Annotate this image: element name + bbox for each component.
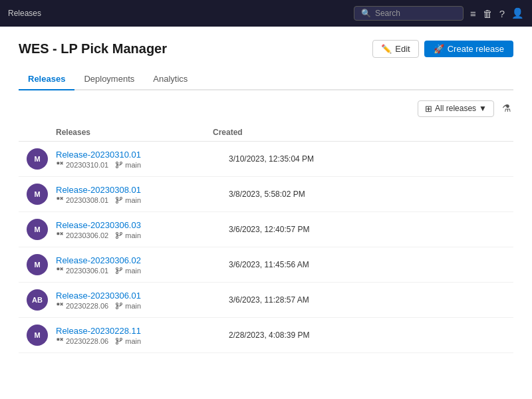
release-created: 2/28/2023, 4:08:39 PM (229, 331, 309, 340)
svg-point-10 (116, 201, 118, 203)
avatar: M (27, 325, 48, 346)
release-meta: 20230310.01 main (56, 161, 221, 169)
release-branch: main (115, 267, 141, 275)
release-meta: 20230308.01 main (56, 196, 221, 204)
svg-point-29 (120, 303, 122, 305)
release-tag: 20230308.01 (56, 196, 108, 204)
tag-icon (56, 337, 64, 345)
release-row[interactable]: M Release-20230308.01 20230308.01 main 3… (19, 177, 513, 212)
release-created: 3/6/2023, 12:40:57 PM (229, 225, 309, 234)
release-info: Release-20230308.01 20230308.01 main (56, 185, 221, 204)
svg-rect-6 (57, 197, 60, 200)
tag-icon (56, 231, 64, 239)
search-box[interactable]: 🔍 (354, 6, 464, 21)
svg-rect-0 (57, 162, 60, 164)
filter-button[interactable]: ⚗ (499, 100, 513, 117)
avatar: M (27, 219, 48, 240)
release-link[interactable]: Release-20230306.03 (56, 220, 221, 230)
release-link[interactable]: Release-20230306.02 (56, 255, 221, 265)
all-releases-filter[interactable]: ⊞ All releases ▼ (418, 100, 494, 117)
svg-point-16 (116, 236, 118, 238)
release-branch: main (115, 337, 141, 345)
release-created: 3/8/2023, 5:58:02 PM (229, 190, 305, 199)
delete-icon[interactable]: 🗑 (483, 8, 493, 19)
branch-icon (115, 337, 123, 345)
edit-icon: ✏️ (381, 44, 392, 54)
release-row[interactable]: M Release-20230306.03 20230306.02 main 3… (19, 212, 513, 247)
search-input[interactable] (375, 9, 455, 18)
release-created: 3/6/2023, 11:45:56 AM (229, 260, 309, 269)
col-release-header: Releases (27, 128, 213, 137)
svg-point-3 (116, 162, 118, 164)
release-meta: 20230306.02 main (56, 231, 221, 239)
release-info: Release-20230228.11 20230228.06 main (56, 326, 221, 345)
toolbar-row: ⊞ All releases ▼ ⚗ (19, 100, 513, 117)
tab-deployments[interactable]: Deployments (74, 68, 144, 90)
svg-point-22 (116, 271, 118, 273)
chevron-down-icon: ▼ (479, 104, 487, 113)
branch-icon (115, 231, 123, 239)
list-icon[interactable]: ≡ (470, 8, 476, 19)
svg-point-27 (116, 303, 118, 305)
tag-icon (56, 161, 64, 169)
release-row[interactable]: M Release-20230228.11 20230228.06 main 2… (19, 318, 513, 353)
release-row[interactable]: AB Release-20230306.01 20230228.06 main … (19, 283, 513, 318)
release-link[interactable]: Release-20230308.01 (56, 185, 221, 195)
page-title: WES - LP Pick Manager (19, 41, 167, 57)
release-info: Release-20230306.02 20230306.01 main (56, 255, 221, 275)
svg-point-17 (120, 232, 122, 234)
branch-icon (115, 267, 123, 275)
tag-icon (56, 267, 64, 275)
svg-point-35 (120, 338, 122, 340)
svg-rect-18 (57, 267, 60, 270)
rocket-icon: 🚀 (434, 44, 444, 54)
avatar: M (27, 148, 48, 170)
avatar: M (27, 254, 48, 275)
avatar: AB (27, 289, 48, 311)
release-link[interactable]: Release-20230228.11 (56, 326, 221, 336)
edit-button[interactable]: ✏️ Edit (372, 40, 418, 58)
release-row[interactable]: M Release-20230310.01 20230310.01 main 3… (19, 142, 513, 177)
release-row[interactable]: M Release-20230306.02 20230306.01 main 3… (19, 247, 513, 283)
release-info: Release-20230306.03 20230306.02 main (56, 220, 221, 239)
release-branch: main (115, 161, 141, 169)
tab-releases[interactable]: Releases (19, 68, 74, 90)
tab-bar: Releases Deployments Analytics (19, 68, 513, 90)
table-header: Releases Created (19, 124, 513, 142)
tab-analytics[interactable]: Analytics (144, 68, 197, 90)
release-meta: 20230228.06 main (56, 337, 221, 345)
release-tag: 20230310.01 (56, 161, 108, 169)
svg-point-28 (116, 307, 118, 309)
main-content: WES - LP Pick Manager ✏️ Edit 🚀 Create r… (0, 27, 532, 366)
svg-point-34 (116, 342, 118, 344)
create-release-button[interactable]: 🚀 Create release (424, 41, 513, 57)
help-icon[interactable]: ? (499, 8, 505, 19)
user-icon[interactable]: 👤 (511, 7, 524, 19)
tag-icon (56, 196, 64, 204)
svg-point-11 (120, 197, 122, 199)
release-branch: main (115, 196, 141, 204)
branch-icon (115, 196, 123, 204)
release-link[interactable]: Release-20230310.01 (56, 150, 221, 160)
funnel-icon: ⚗ (502, 102, 511, 114)
release-tag: 20230306.02 (56, 231, 108, 239)
tag-icon (56, 302, 64, 310)
header-buttons: ✏️ Edit 🚀 Create release (372, 40, 513, 58)
release-branch: main (115, 231, 141, 239)
svg-point-23 (120, 267, 122, 269)
branch-icon (115, 161, 123, 169)
release-link[interactable]: Release-20230306.01 (56, 291, 221, 301)
search-icon: 🔍 (361, 9, 371, 18)
svg-point-33 (116, 338, 118, 340)
svg-point-4 (116, 166, 118, 168)
avatar: M (27, 184, 48, 205)
release-created: 3/6/2023, 11:28:57 AM (229, 295, 309, 305)
svg-point-5 (120, 162, 122, 164)
releases-list: M Release-20230310.01 20230310.01 main 3… (19, 142, 513, 353)
release-info: Release-20230310.01 20230310.01 main (56, 150, 221, 169)
release-created: 3/10/2023, 12:35:04 PM (229, 154, 314, 164)
release-tag: 20230228.06 (56, 337, 108, 345)
svg-point-15 (116, 232, 118, 234)
release-meta: 20230228.06 main (56, 302, 221, 310)
page-header: WES - LP Pick Manager ✏️ Edit 🚀 Create r… (19, 40, 513, 58)
